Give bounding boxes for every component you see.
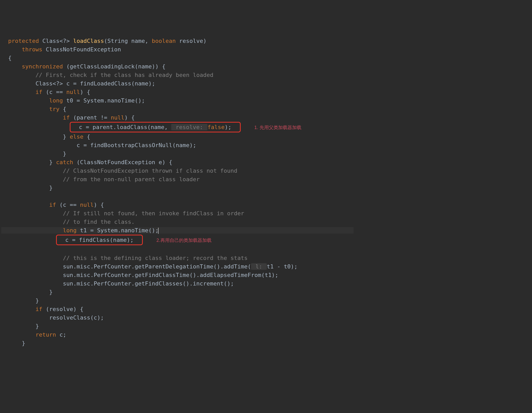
keyword-if: if bbox=[63, 114, 70, 121]
param-hint-l: l: bbox=[251, 263, 267, 270]
annotation-2: 2.再用自己的类加载器加载 bbox=[157, 238, 212, 243]
keyword-return: return bbox=[35, 331, 56, 338]
resolve-call: resolveClass(c); bbox=[49, 314, 104, 321]
keyword-long: long bbox=[63, 227, 76, 234]
brace: } bbox=[63, 150, 66, 157]
brace: } bbox=[49, 159, 52, 165]
throws-type: ClassNotFoundException bbox=[42, 46, 121, 53]
sync-expr: (getClassLoadingLock(name)) { bbox=[63, 63, 165, 70]
comment-stats: // this is the defining class loader; re… bbox=[63, 255, 247, 261]
highlight-parent-load: c = parent.loadClass(name, resolve: fals… bbox=[70, 122, 241, 132]
keyword-boolean: boolean bbox=[152, 38, 176, 44]
text-caret bbox=[158, 228, 159, 234]
keyword-throws: throws bbox=[22, 46, 42, 53]
brace: { bbox=[87, 133, 90, 140]
keyword-protected: protected bbox=[8, 38, 39, 44]
brace: } bbox=[49, 185, 52, 191]
keyword-synchronized: synchronized bbox=[22, 63, 63, 70]
current-line: long t1 = System.nanoTime(); bbox=[1, 227, 354, 234]
decl-c: Class<?> c = findLoadedClass(name); bbox=[35, 80, 155, 87]
brace: } bbox=[49, 289, 52, 295]
return-expr: c; bbox=[56, 331, 66, 338]
comment-first-check: // First, check if the class has already… bbox=[35, 72, 213, 78]
comment-still-1: // If still not found, then invoke findC… bbox=[63, 210, 244, 217]
brace: } bbox=[35, 323, 39, 329]
perf-2: sun.misc.PerfCounter.getFindClassTime().… bbox=[63, 272, 278, 278]
keyword-null: null bbox=[66, 89, 80, 95]
keyword-catch: catch bbox=[53, 159, 77, 165]
brace: } bbox=[35, 297, 39, 304]
method-name: loadClass bbox=[73, 38, 104, 44]
find-bootstrap: c = findBootstrapClassOrNull(name); bbox=[76, 142, 196, 148]
decl-t0: t0 = System.nanoTime(); bbox=[63, 97, 145, 104]
code-editor[interactable]: protected Class<?> loadClass(String name… bbox=[1, 37, 531, 347]
keyword-null: null bbox=[80, 202, 94, 208]
keyword-long: long bbox=[49, 97, 63, 104]
keyword-if: if bbox=[35, 89, 42, 95]
keyword-null: null bbox=[111, 114, 124, 121]
comment-cnfe-2: // from the non-null parent class loader bbox=[63, 176, 200, 182]
method-signature: protected Class<?> loadClass(String name… bbox=[1, 38, 207, 44]
decl-t1: t1 = System.nanoTime(); bbox=[76, 227, 159, 234]
keyword-else: else bbox=[66, 133, 87, 140]
comment-still-2: // to find the class. bbox=[63, 219, 135, 225]
catch-sig: (ClassNotFoundException e) { bbox=[76, 159, 172, 165]
brace: { bbox=[8, 55, 12, 61]
highlight-find-class: c = findClass(name); bbox=[56, 235, 143, 245]
brace: } bbox=[22, 340, 25, 346]
annotation-1: 1. 先用父类加载器加载 bbox=[254, 125, 301, 130]
perf-1: sun.misc.PerfCounter.getParentDelegation… bbox=[63, 263, 298, 270]
brace: } bbox=[63, 133, 66, 140]
keyword-false: false bbox=[207, 124, 224, 130]
perf-3: sun.misc.PerfCounter.getFindClasses().in… bbox=[63, 280, 234, 287]
keyword-if: if bbox=[49, 202, 56, 208]
comment-cnfe-1: // ClassNotFoundException thrown if clas… bbox=[63, 168, 237, 174]
keyword-try: try bbox=[49, 106, 59, 112]
param-hint-resolve: resolve: bbox=[171, 124, 207, 130]
keyword-if: if bbox=[35, 306, 42, 312]
